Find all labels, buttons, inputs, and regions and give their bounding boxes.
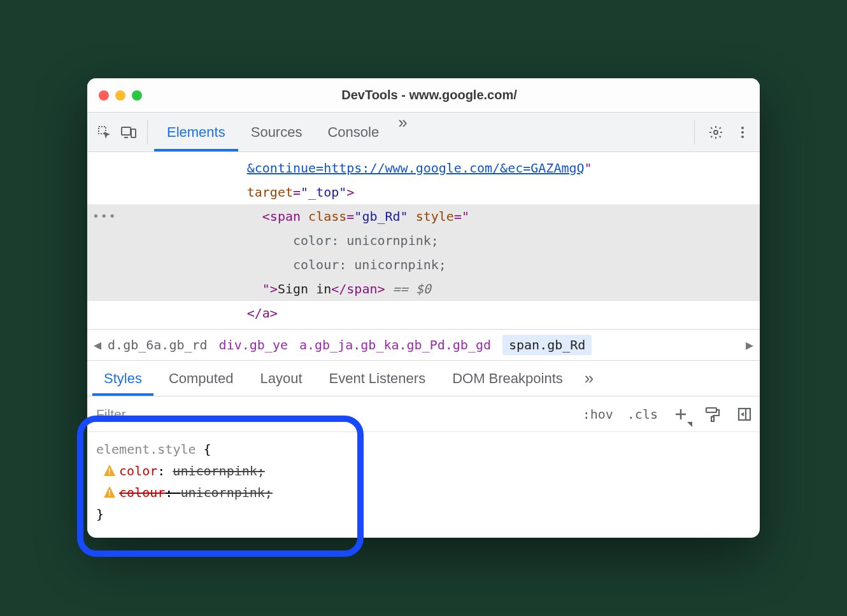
breadcrumb-item[interactable]: a.gb_ja.gb_ka.gb_Pd.gb_gd — [299, 337, 491, 353]
breadcrumb-right-arrow-icon[interactable]: ▶ — [743, 337, 756, 353]
maximize-window-icon[interactable] — [132, 90, 142, 101]
subtab-event-listeners[interactable]: Event Listeners — [318, 361, 438, 396]
warning-icon — [104, 486, 115, 498]
dom-breadcrumb: ◀ d.gb_6a.gb_rd div.gb_ye a.gb_ja.gb_ka.… — [87, 329, 760, 361]
breadcrumb-item[interactable]: d.gb_6a.gb_rd — [108, 337, 208, 353]
warning-icon — [104, 465, 115, 476]
subtab-styles[interactable]: Styles — [92, 361, 153, 396]
cls-toggle[interactable]: .cls — [627, 407, 658, 422]
styles-subtabs: Styles Computed Layout Event Listeners D… — [87, 361, 760, 396]
subtab-layout[interactable]: Layout — [248, 361, 313, 396]
paint-roller-icon[interactable] — [704, 405, 722, 423]
dom-line[interactable]: &continue=https://www.google.com/&ec=GAZ… — [87, 156, 760, 180]
devtools-window: DevTools - www.google.com/ Elements Sour… — [87, 78, 760, 538]
rule-selector[interactable]: element.style { — [96, 438, 751, 460]
elements-dom-tree[interactable]: &continue=https://www.google.com/&ec=GAZ… — [87, 152, 760, 329]
href-url: &continue=https://www.google.com/&ec=GAZ… — [247, 160, 585, 176]
svg-rect-1 — [122, 127, 131, 135]
kebab-menu-icon[interactable] — [730, 120, 755, 144]
breadcrumb-left-arrow-icon[interactable]: ◀ — [91, 337, 104, 353]
svg-point-6 — [741, 131, 744, 134]
rule-declaration[interactable]: color: unicornpink; — [96, 460, 751, 482]
tab-sources[interactable]: Sources — [238, 113, 315, 151]
window-title: DevTools - www.google.com/ — [142, 88, 716, 102]
computed-panel-toggle-icon[interactable] — [736, 405, 753, 423]
breadcrumb-item-selected[interactable]: span.gb_Rd — [502, 335, 592, 355]
main-toolbar: Elements Sources Console » — [87, 113, 760, 152]
svg-rect-3 — [131, 129, 136, 137]
minimize-window-icon[interactable] — [115, 90, 125, 101]
dom-line: colour: unicornpink; — [87, 253, 760, 277]
style-rules-pane[interactable]: element.style { color: unicornpink; colo… — [87, 432, 760, 538]
dom-line: color: unicornpink; — [87, 228, 760, 253]
rule-close-brace: } — [96, 503, 751, 525]
svg-point-7 — [741, 136, 744, 138]
selected-node[interactable]: ••• <span class="gb_Rd" style=" color: u… — [87, 204, 760, 301]
svg-rect-11 — [711, 417, 714, 421]
new-style-rule-icon[interactable] — [672, 405, 690, 423]
dom-line[interactable]: </a> — [87, 301, 760, 325]
breadcrumb-item[interactable]: div.gb_ye — [219, 337, 288, 353]
dom-line[interactable]: target="_top"> — [87, 180, 760, 204]
subtab-dom-breakpoints[interactable]: DOM Breakpoints — [441, 361, 574, 396]
more-tabs-icon[interactable]: » — [392, 113, 413, 151]
svg-point-4 — [714, 130, 718, 134]
dom-line: <span class="gb_Rd" style=" — [87, 204, 760, 228]
hov-toggle[interactable]: :hov — [583, 407, 613, 422]
toolbar-separator — [694, 120, 695, 144]
toolbar-separator — [147, 120, 148, 144]
titlebar: DevTools - www.google.com/ — [87, 78, 760, 113]
traffic-lights — [99, 90, 142, 101]
close-window-icon[interactable] — [99, 90, 109, 101]
tab-console[interactable]: Console — [315, 113, 392, 151]
rule-declaration[interactable]: colour: unicornpink; — [96, 482, 751, 503]
styles-toolbar: Filter :hov .cls — [87, 396, 760, 432]
svg-rect-10 — [706, 408, 716, 412]
main-tabs: Elements Sources Console » — [154, 113, 414, 151]
svg-rect-12 — [739, 409, 750, 420]
inspect-element-icon[interactable] — [92, 120, 117, 144]
svg-point-5 — [741, 127, 744, 129]
styles-filter-input[interactable]: Filter — [94, 403, 170, 426]
tab-elements[interactable]: Elements — [154, 113, 238, 151]
settings-gear-icon[interactable] — [704, 120, 728, 144]
device-toggle-icon[interactable] — [117, 120, 141, 144]
dom-line: ">Sign in</span> == $0 — [87, 277, 760, 301]
more-subtabs-icon[interactable]: » — [578, 368, 600, 388]
subtab-computed[interactable]: Computed — [157, 361, 245, 396]
expand-dots-icon[interactable]: ••• — [92, 207, 117, 227]
